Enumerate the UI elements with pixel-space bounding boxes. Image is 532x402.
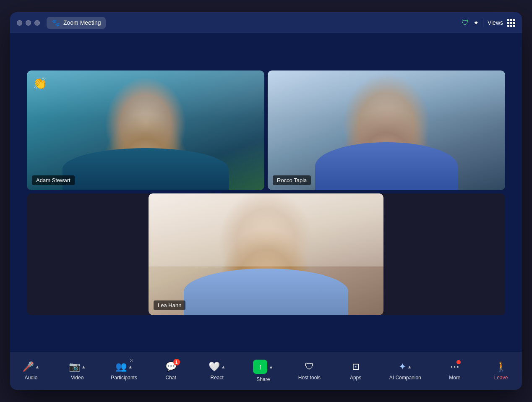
divider <box>483 18 483 27</box>
chat-label: Chat <box>165 375 176 381</box>
more-badge <box>456 360 461 364</box>
rocco-video-frame: Rocco Tapia <box>268 70 505 190</box>
meeting-title: Zoom Meeting <box>63 19 101 26</box>
share-button[interactable]: ↑ ▲ Share <box>250 360 276 382</box>
adam-name-label: Adam Stewart <box>32 175 75 185</box>
lea-shirt <box>184 269 348 315</box>
title-right-controls: 🛡 ✦ Views <box>462 18 515 27</box>
more-label: More <box>449 375 460 381</box>
video-tile-rocco: Rocco Tapia <box>268 70 505 190</box>
react-button[interactable]: 🤍 ▲ React <box>204 361 229 381</box>
lea-bookshelf-overlay <box>149 193 383 266</box>
react-icon: 🤍 <box>209 361 220 372</box>
wave-emoji: 👏 <box>33 76 47 90</box>
participants-icon-wrap: 👥 3 <box>115 361 127 372</box>
more-icon-row: ⋯ <box>450 361 459 372</box>
video-tile-adam: 👏 Adam Stewart <box>27 70 264 190</box>
rocco-name-label: Rocco Tapia <box>273 175 311 185</box>
lea-inner: Lea Hahn <box>149 193 383 315</box>
minimize-dot[interactable] <box>26 20 31 26</box>
shield-icon: 🛡 <box>462 18 469 27</box>
host-tools-label: Host tools <box>298 375 321 381</box>
title-bar: 🐾 Zoom Meeting 🛡 ✦ Views <box>10 12 522 33</box>
lea-name-label: Lea Hahn <box>154 300 185 310</box>
video-grid: 👏 Adam Stewart Rocco Tapia <box>27 70 505 315</box>
audio-button[interactable]: 🎤 ▲ Audio <box>18 361 44 381</box>
share-icon: ↑ <box>253 360 267 374</box>
chat-icon-wrap: 💬 1 <box>165 361 177 372</box>
leave-icon: 🚶 <box>495 361 507 372</box>
video-tile-lea: Lea Hahn <box>27 193 505 315</box>
more-icon-wrap: ⋯ <box>450 361 459 372</box>
lea-avatar <box>149 193 383 315</box>
rocco-shirt <box>315 142 458 190</box>
video-button[interactable]: 📷 ▲ Video <box>65 361 90 381</box>
views-label: Views <box>488 19 503 26</box>
maximize-dot[interactable] <box>34 20 40 26</box>
close-dot[interactable] <box>17 20 22 26</box>
rocco-avatar <box>268 70 505 190</box>
chat-button[interactable]: 💬 1 Chat <box>158 361 183 381</box>
share-label: Share <box>256 376 270 382</box>
apps-icon: ⊡ <box>352 361 360 372</box>
chat-badge: 1 <box>173 359 180 365</box>
window-controls <box>17 20 40 26</box>
participants-count: 3 <box>130 358 133 363</box>
participants-button[interactable]: 👥 3 ▲ Participants <box>111 361 137 381</box>
share-chevron: ▲ <box>269 364 273 369</box>
apps-label: Apps <box>350 375 361 381</box>
react-icon-row: 🤍 ▲ <box>209 361 226 372</box>
leave-button[interactable]: 🚶 Leave <box>488 361 514 381</box>
camera-icon: 📷 <box>69 361 80 372</box>
participants-chevron: ▲ <box>128 364 133 369</box>
participants-icon: 👥 <box>115 361 127 372</box>
host-tools-button[interactable]: 🛡 Host tools <box>297 361 322 381</box>
lea-video-frame: Lea Hahn <box>149 193 383 315</box>
host-tools-icon: 🛡 <box>305 361 314 372</box>
react-label: React <box>211 375 224 381</box>
ai-companion-chevron: ▲ <box>407 364 412 369</box>
participants-label: Participants <box>111 375 137 381</box>
ai-companion-label: AI Companion <box>389 375 421 381</box>
audio-icon-row: 🎤 ▲ <box>23 361 40 372</box>
views-button[interactable]: Views <box>488 19 515 27</box>
main-content: 👏 Adam Stewart Rocco Tapia <box>10 33 522 352</box>
video-icon-row: 📷 ▲ <box>69 361 86 372</box>
share-icon-row: ↑ ▲ <box>253 360 273 374</box>
grid-icon <box>507 19 515 27</box>
leave-icon-row: 🚶 <box>495 361 507 372</box>
adam-video-frame: 👏 Adam Stewart <box>27 70 264 190</box>
apps-icon-row: ⊡ <box>352 361 360 372</box>
ai-companion-icon-row: ✦ ▲ <box>399 361 412 372</box>
adam-shirt <box>63 148 229 190</box>
video-chevron: ▲ <box>81 364 86 369</box>
app-window: 🐾 Zoom Meeting 🛡 ✦ Views <box>10 12 522 390</box>
video-label: Video <box>71 375 83 381</box>
meeting-title-badge: 🐾 Zoom Meeting <box>47 17 106 29</box>
audio-chevron: ▲ <box>35 364 40 369</box>
ai-companion-button[interactable]: ✦ ▲ AI Companion <box>389 361 421 381</box>
chat-icon-row: 💬 1 <box>165 361 177 372</box>
host-tools-icon-row: 🛡 <box>305 361 314 372</box>
react-chevron: ▲ <box>221 364 226 369</box>
apps-button[interactable]: ⊡ Apps <box>343 361 368 381</box>
more-button[interactable]: ⋯ More <box>442 361 467 381</box>
toolbar: 🎤 ▲ Audio 📷 ▲ Video 👥 3 ▲ <box>10 352 522 390</box>
audio-label: Audio <box>25 375 38 381</box>
mic-container: 🎤 <box>23 361 34 372</box>
ai-companion-icon: ✦ <box>399 361 406 372</box>
sparkle-icon: ✦ <box>473 19 479 27</box>
participants-icon-row: 👥 3 ▲ <box>115 361 133 372</box>
adam-avatar <box>27 70 264 190</box>
zoom-icon: 🐾 <box>52 19 60 27</box>
leave-label: Leave <box>494 375 508 381</box>
